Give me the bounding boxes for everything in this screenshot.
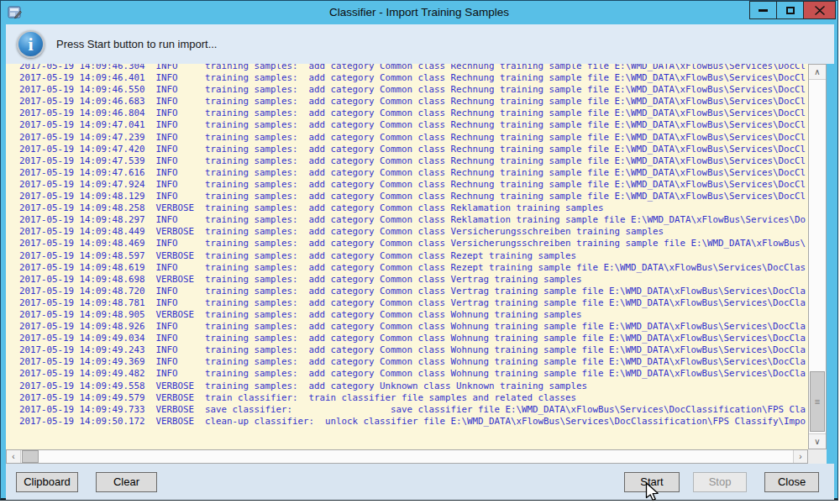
vertical-scroll-thumb[interactable]: ≡ (810, 371, 825, 432)
log-lines: 2017-05-19 14:09:46.304 INFO training sa… (19, 64, 808, 428)
log-line: 2017-05-19 14:09:47.616 INFO training sa… (19, 167, 808, 179)
log-line: 2017-05-19 14:09:46.804 INFO training sa… (19, 108, 808, 119)
log-line: 2017-05-19 14:09:50.172 VERBOSE clean-up… (19, 416, 808, 428)
minimize-button[interactable] (749, 1, 777, 19)
log-line: 2017-05-19 14:09:48.129 INFO training sa… (19, 191, 808, 202)
log-line: 2017-05-19 14:09:48.597 VERBOSE training… (19, 250, 808, 262)
log-line: 2017-05-19 14:09:48.258 VERBOSE training… (19, 202, 808, 214)
stop-button: Stop (693, 472, 747, 492)
log-line: 2017-05-19 14:09:46.401 INFO training sa… (19, 72, 808, 84)
log-line: 2017-05-19 14:09:48.781 INFO training sa… (19, 297, 808, 309)
log-line: 2017-05-19 14:09:47.041 INFO training sa… (19, 119, 808, 131)
clipboard-button[interactable]: Clipboard (16, 472, 78, 492)
log-line: 2017-05-19 14:09:46.550 INFO training sa… (19, 84, 808, 96)
log-line: 2017-05-19 14:09:49.733 VERBOSE save cla… (19, 404, 808, 416)
log-panel: 2017-05-19 14:09:46.304 INFO training sa… (6, 64, 827, 464)
log-line: 2017-05-19 14:09:49.482 INFO training sa… (19, 368, 808, 380)
maximize-icon (786, 7, 795, 14)
minimize-icon (759, 9, 768, 12)
log-line: 2017-05-19 14:09:49.243 INFO training sa… (19, 344, 808, 356)
clear-button[interactable]: Clear (96, 472, 157, 492)
log-line: 2017-05-19 14:09:47.924 INFO training sa… (19, 179, 808, 191)
log-line: 2017-05-19 14:09:47.420 INFO training sa… (19, 144, 808, 155)
status-message: Press Start button to run import... (56, 24, 217, 64)
info-bar: i Press Start button to run import... (6, 24, 834, 64)
mouse-cursor (645, 482, 664, 502)
log-viewport[interactable]: 2017-05-19 14:09:46.304 INFO training sa… (6, 64, 808, 449)
close-window-button[interactable] (803, 1, 836, 19)
log-line: 2017-05-19 14:09:49.579 VERBOSE train cl… (19, 392, 808, 404)
log-line: 2017-05-19 14:09:47.539 INFO training sa… (19, 155, 808, 167)
log-line: 2017-05-19 14:09:48.720 INFO training sa… (19, 286, 808, 297)
window-title: Classifier - Import Training Samples (1, 1, 837, 24)
button-bar: Clipboard Clear Start Stop Close (6, 464, 834, 500)
window-controls (750, 1, 836, 19)
dialog-window: Classifier - Import Training Samples i P… (0, 0, 838, 501)
log-line: 2017-05-19 14:09:49.369 INFO training sa… (19, 356, 808, 368)
vertical-scrollbar[interactable]: ∧ ≡ ∨ (808, 64, 827, 449)
log-line: 2017-05-19 14:09:48.926 INFO training sa… (19, 321, 808, 333)
log-line: 2017-05-19 14:09:48.905 VERBOSE training… (19, 309, 808, 321)
log-line: 2017-05-19 14:09:48.619 INFO training sa… (19, 262, 808, 274)
scroll-up-button[interactable]: ∧ (809, 65, 826, 80)
log-line: 2017-05-19 14:09:48.449 VERBOSE training… (19, 226, 808, 238)
scroll-left-button[interactable]: ‹ (7, 450, 21, 463)
horizontal-scroll-thumb[interactable] (22, 450, 39, 463)
maximize-button[interactable] (776, 1, 804, 19)
log-line: 2017-05-19 14:09:48.297 INFO training sa… (19, 214, 808, 226)
scrollbar-corner (808, 449, 827, 464)
log-line: 2017-05-19 14:09:48.469 INFO training sa… (19, 238, 808, 249)
log-line: 2017-05-19 14:09:48.698 VERBOSE training… (19, 274, 808, 286)
scroll-down-button[interactable]: ∨ (809, 433, 826, 449)
title-bar[interactable]: Classifier - Import Training Samples (1, 1, 837, 24)
log-line: 2017-05-19 14:09:49.034 INFO training sa… (19, 333, 808, 344)
log-line: 2017-05-19 14:09:46.683 INFO training sa… (19, 96, 808, 108)
close-icon (815, 6, 825, 15)
scroll-right-button[interactable]: › (793, 450, 807, 463)
log-line: 2017-05-19 14:09:49.558 VERBOSE training… (19, 381, 808, 392)
log-line: 2017-05-19 14:09:47.239 INFO training sa… (19, 132, 808, 144)
horizontal-scrollbar[interactable]: ‹ › (6, 449, 808, 464)
log-line: 2017-05-19 14:09:46.304 INFO training sa… (19, 64, 808, 72)
info-icon: i (17, 30, 45, 58)
close-button[interactable]: Close (764, 472, 819, 492)
